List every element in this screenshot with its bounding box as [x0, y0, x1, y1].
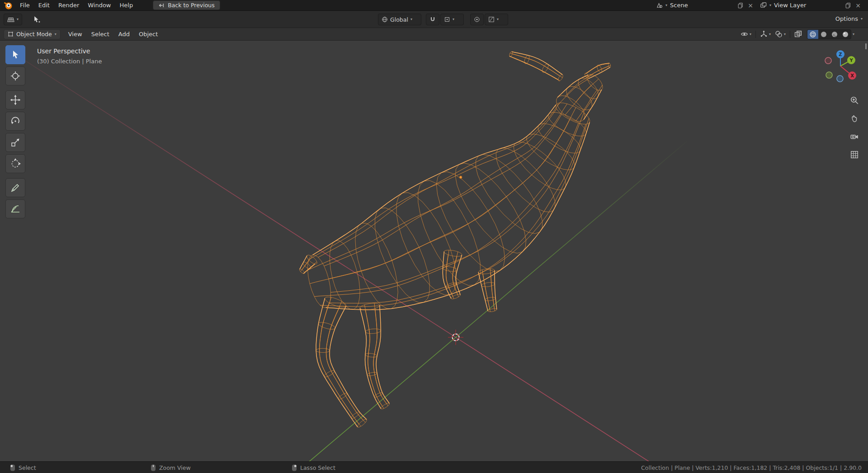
separator [790, 31, 790, 38]
proportional-falloff-dropdown[interactable]: ▾ [485, 14, 508, 25]
viewport-nav-buttons [848, 94, 861, 161]
back-to-previous-button[interactable]: Back to Previous [153, 0, 220, 10]
svg-text:Z: Z [839, 52, 842, 57]
rotate-icon [9, 115, 21, 127]
mouse-hint-zoom: Zoom View [151, 462, 191, 473]
select-box-icon [9, 49, 21, 61]
viewport-info: User Perspective (30) Collection | Plane [37, 46, 102, 66]
view-perspective-label: User Perspective [37, 46, 102, 57]
scale-icon [9, 137, 21, 148]
menu-select[interactable]: Select [87, 29, 113, 39]
active-tool-icon [32, 15, 41, 24]
unlink-scene-icon[interactable]: × [746, 2, 755, 9]
mouse-hint-select: Select [10, 462, 36, 473]
menu-object[interactable]: Object [135, 29, 162, 39]
proportional-editing-icon [474, 16, 480, 23]
active-collection-label: (30) Collection | Plane [37, 57, 102, 66]
tool-rotate-button[interactable] [5, 112, 25, 131]
snap-increment-icon [444, 16, 450, 23]
tool-scale-button[interactable] [5, 133, 25, 152]
camera-view-icon[interactable] [848, 130, 861, 143]
scene-icon [656, 2, 663, 9]
proportional-editing-toggle[interactable] [470, 14, 484, 25]
tool-move-button[interactable] [5, 90, 25, 109]
show-object-types-eye-icon[interactable] [741, 30, 748, 38]
mode-value: Object Mode [16, 31, 52, 38]
scene-statistics: Collection | Plane | Verts:1,210 | Faces… [641, 462, 862, 473]
menu-window[interactable]: Window [84, 0, 115, 10]
gizmo-y-neg-axis[interactable] [826, 72, 832, 78]
blender-logo-icon[interactable] [4, 1, 13, 10]
chevron-down-icon[interactable]: ▾ [853, 33, 854, 36]
mouse-middle-icon [151, 464, 156, 472]
status-bar: Select Zoom View Lasso Select Collection… [0, 461, 868, 473]
chevron-down-icon: ▾ [55, 33, 57, 36]
pan-hand-icon[interactable] [848, 112, 861, 125]
world-axis-lines [18, 56, 687, 473]
navigation-gizmo[interactable]: Z Y X [821, 47, 859, 85]
menu-help[interactable]: Help [116, 0, 137, 10]
object-mode-icon [8, 31, 14, 37]
chevron-down-icon[interactable]: ▾ [750, 33, 751, 36]
menu-add[interactable]: Add [114, 29, 134, 39]
options-dropdown[interactable]: Options ▾ [835, 15, 863, 22]
new-view-layer-icon[interactable] [845, 2, 851, 9]
chevron-down-icon[interactable]: ▾ [784, 33, 786, 36]
tool-measure-button[interactable] [5, 199, 25, 218]
shading-material-icon[interactable] [829, 29, 840, 39]
transform-orientation-dropdown[interactable]: Global ▾ [378, 14, 421, 25]
gizmo-z-neg-axis[interactable] [837, 76, 843, 82]
measure-icon [9, 203, 21, 215]
object-origin-dot [459, 176, 462, 179]
menu-render[interactable]: Render [54, 0, 83, 10]
view-layer-icon [760, 2, 767, 9]
sheep-wireframe[interactable] [299, 52, 610, 427]
orientation-globe-icon [382, 16, 388, 23]
viewport-header: Object Mode ▾ View Select Add Object ▾ ▾ [0, 28, 868, 41]
new-scene-icon[interactable] [737, 2, 744, 9]
remove-view-layer-icon[interactable]: × [854, 2, 862, 9]
orientation-value: Global [390, 16, 408, 23]
chevron-down-icon[interactable]: ▾ [769, 33, 771, 36]
region-resize-widget[interactable] [865, 43, 867, 49]
snap-target-dropdown[interactable]: ▾ [440, 14, 464, 25]
view-layer-selector[interactable]: ▾ View Layer × [758, 2, 864, 9]
chevron-down-icon: ▾ [17, 18, 19, 21]
editor-3d-viewport-icon [7, 16, 14, 23]
tool-annotate-button[interactable] [5, 178, 25, 197]
tool-shelf [5, 45, 25, 221]
gizmos-icon[interactable] [760, 30, 768, 38]
menu-view[interactable]: View [64, 29, 86, 39]
transform-icon [9, 158, 21, 170]
chevron-down-icon: ▾ [453, 18, 454, 21]
tool-settings-bar: ▾ Global ▾ [0, 11, 868, 28]
scene-selector[interactable]: ▾ Scene × [654, 2, 757, 9]
overlays-icon[interactable] [775, 30, 783, 38]
shading-mode-group [807, 29, 851, 39]
shading-rendered-icon[interactable] [840, 29, 851, 39]
snap-toggle-button[interactable] [426, 14, 439, 25]
tool-transform-button[interactable] [5, 154, 25, 173]
back-arrow-icon [158, 2, 165, 9]
gizmo-x-neg-axis[interactable] [825, 57, 831, 64]
shading-solid-icon[interactable] [818, 29, 829, 39]
mode-dropdown[interactable]: Object Mode ▾ [4, 29, 61, 39]
chevron-down-icon: ▾ [497, 18, 499, 21]
shading-wireframe-icon[interactable] [807, 29, 818, 39]
editor-type-button[interactable]: ▾ [4, 14, 22, 25]
menu-file[interactable]: File [16, 0, 34, 10]
xray-toggle-icon[interactable] [794, 30, 802, 38]
separator [755, 31, 756, 38]
topbar: File Edit Render Window Help Back to Pre… [0, 0, 868, 11]
scene-name: Scene [670, 2, 735, 9]
zoom-icon[interactable] [848, 94, 861, 107]
mouse-left-icon [10, 464, 15, 472]
snap-magnet-icon [429, 16, 436, 23]
chevron-down-icon: ▾ [861, 17, 863, 21]
viewport-3d[interactable] [0, 0, 868, 473]
menu-edit[interactable]: Edit [34, 0, 54, 10]
tool-cursor-button[interactable] [5, 66, 25, 85]
tool-select-box-button[interactable] [5, 45, 25, 64]
toggle-ortho-icon[interactable] [848, 148, 861, 161]
chevron-down-icon: ▾ [665, 4, 667, 7]
